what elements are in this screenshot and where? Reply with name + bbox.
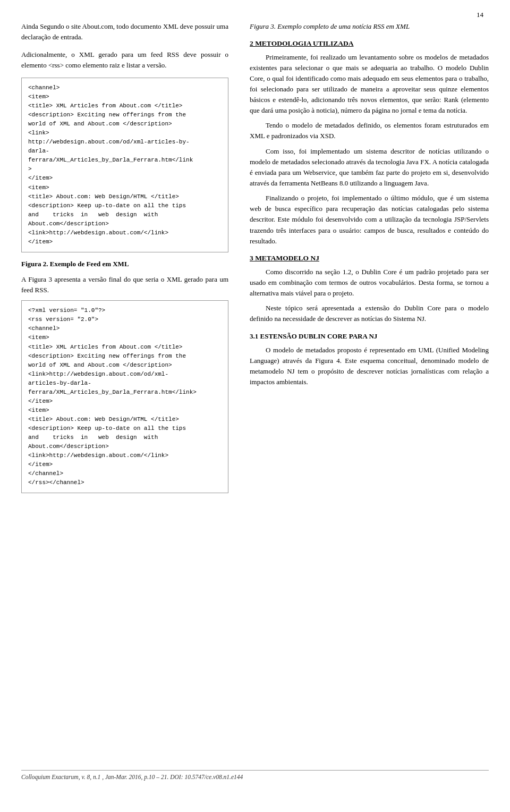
section3-para1: Como discorrido na seção 1.2, o Dublin C… xyxy=(250,267,489,299)
subsection31-para1: O modelo de metadados proposto é represe… xyxy=(250,345,489,388)
subsection31-title: 3.1 ESTENSÃO DUBLIN CORE PARA NJ xyxy=(250,332,489,341)
section2-para3: Com isso, foi implementado um sistema de… xyxy=(250,146,489,189)
code-block-1: <channel> <item> <title> XML Articles fr… xyxy=(21,78,228,252)
figure2-text: A Figura 3 apresenta a versão final do q… xyxy=(21,274,228,295)
section3-title: 3 METAMODELO NJ xyxy=(250,254,489,263)
footer-text: Colloquium Exactarum, v. 8, n.1 , Jan-Ma… xyxy=(21,774,243,780)
section2-para4: Finalizando o projeto, foi implementado … xyxy=(250,193,489,247)
left-intro-p2: Adicionalmente, o XML gerado para um fee… xyxy=(21,49,228,70)
page-number: 14 xyxy=(477,11,483,19)
left-column: Ainda Segundo o site About.com, todo doc… xyxy=(21,21,244,759)
page: 14 Ainda Segundo o site About.com, todo … xyxy=(0,0,510,812)
section2-para1: Primeiramente, foi realizado um levantam… xyxy=(250,52,489,116)
section2-para2: Tendo o modelo de metadados definido, os… xyxy=(250,120,489,141)
section2-title: 2 METODOLOGIA UTILIZADA xyxy=(250,39,489,48)
figure2-caption: Figura 2. Exemplo de Feed em XML xyxy=(21,259,228,269)
code-block-2: <?xml version= "1.0"?> <rss version= "2.… xyxy=(21,300,228,493)
right-column: Figura 3. Exemplo completo de uma notíci… xyxy=(244,21,489,759)
content-area: Ainda Segundo o site About.com, todo doc… xyxy=(0,21,510,759)
fig3-label: Figura 3. Exemplo completo de uma notíci… xyxy=(250,21,489,32)
left-intro-p1: Ainda Segundo o site About.com, todo doc… xyxy=(21,21,228,42)
footer: Colloquium Exactarum, v. 8, n.1 , Jan-Ma… xyxy=(21,770,489,780)
section3-para2: Neste tópico será apresentada a extensão… xyxy=(250,303,489,324)
